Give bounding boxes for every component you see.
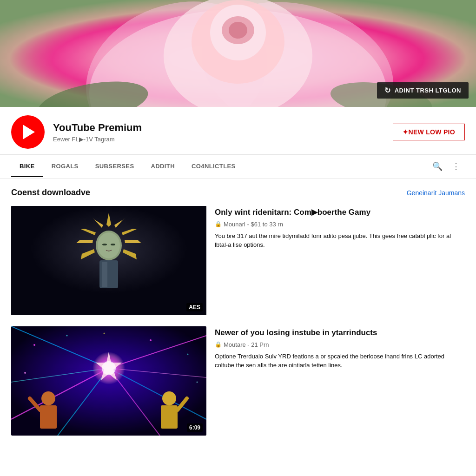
- subscribe-label: ✦NEW LOW PIO: [403, 128, 455, 136]
- svg-point-25: [111, 244, 115, 245]
- refresh-icon: ↻: [384, 86, 391, 95]
- svg-point-49: [41, 391, 55, 405]
- section-header: Coenst downloadve Geneinarit Jaumans: [11, 188, 465, 198]
- thumb-svg-2: [11, 326, 206, 436]
- channel-banner: ↻ ADINT TRSH LTGLON: [0, 0, 476, 107]
- thumb-figure-1: AES: [11, 206, 206, 315]
- more-options-icon[interactable]: ⋮: [447, 155, 465, 178]
- svg-point-34: [197, 382, 198, 383]
- channel-avatar: [11, 115, 45, 149]
- main-content: Coenst downloadve Geneinarit Jaumans: [0, 178, 476, 456]
- channel-name: YouTube Premium: [53, 121, 384, 135]
- svg-rect-53: [161, 405, 178, 429]
- video-meta-2: 🔒 Moutare - 21 Prn: [215, 341, 465, 348]
- lock-icon-1: 🔒: [215, 221, 222, 227]
- thumb-svg-1: [11, 206, 206, 315]
- svg-point-32: [187, 354, 189, 355]
- svg-point-23: [98, 232, 120, 258]
- banner-action-button[interactable]: ↻ ADINT TRSH LTGLON: [377, 82, 469, 99]
- more-icon: ⋮: [452, 161, 460, 172]
- svg-point-48: [102, 361, 116, 375]
- channel-tabs: BIKE ROGALS SUBSERSES ADDITH CO4NLICTLES…: [0, 155, 476, 178]
- svg-point-29: [33, 344, 35, 346]
- video-duration-1: AES: [186, 303, 203, 311]
- search-icon: 🔍: [432, 161, 443, 172]
- video-info-1: Only wint ridenitarn: Com▶boerthe Gamy 🔒…: [215, 206, 465, 250]
- svg-point-37: [104, 333, 105, 334]
- subscribe-button[interactable]: ✦NEW LOW PIO: [393, 124, 465, 140]
- video-item-1: AES Only wint ridenitarn: Com▶boerthe Ga…: [11, 206, 465, 315]
- video-item-2: 6:09 Newer of you losing instube in ytar…: [11, 326, 465, 436]
- video-desc-1: You bre 317 aut the mire tidymiladd fonr…: [215, 231, 465, 250]
- channel-header: YouTube Premium Eewer FL▶-1V Tagram ✦NEW…: [0, 107, 476, 155]
- svg-rect-50: [40, 405, 57, 429]
- tab-addith[interactable]: ADDITH: [142, 156, 183, 177]
- tab-rogals[interactable]: ROGALS: [43, 156, 87, 177]
- banner-btn-label: ADINT TRSH LTGLON: [395, 87, 461, 94]
- video-desc-2: Optione Trerdualo Sulv YRD feations a or…: [215, 352, 465, 370]
- svg-point-33: [24, 372, 26, 374]
- svg-rect-27: [102, 262, 107, 287]
- svg-point-24: [102, 244, 107, 245]
- video-duration-2: 6:09: [187, 423, 203, 432]
- tab-bike[interactable]: BIKE: [11, 156, 43, 177]
- lock-icon-2: 🔒: [215, 341, 222, 348]
- video-thumbnail-2[interactable]: 6:09: [11, 326, 206, 436]
- video-title-1: Only wint ridenitarn: Com▶boerthe Gamy: [215, 207, 465, 218]
- search-tab-icon[interactable]: 🔍: [428, 155, 447, 178]
- channel-info: YouTube Premium Eewer FL▶-1V Tagram: [53, 121, 384, 143]
- svg-point-52: [162, 391, 176, 405]
- video-thumbnail-1[interactable]: AES: [11, 206, 206, 315]
- video-title-2: Newer of you losing instube in ytarrindu…: [215, 327, 465, 338]
- video-info-2: Newer of you losing instube in ytarrindu…: [215, 326, 465, 370]
- svg-point-30: [66, 335, 68, 337]
- section-title: Coenst downloadve: [11, 188, 90, 198]
- video-meta-1: 🔒 Mounarl - $61 to 33 rn: [215, 221, 465, 228]
- tab-conlictles[interactable]: CO4NLICTLES: [183, 156, 244, 177]
- tab-subserses[interactable]: SUBSERSES: [87, 156, 143, 177]
- svg-point-8: [229, 22, 247, 39]
- section-link[interactable]: Geneinarit Jaumans: [407, 189, 465, 197]
- svg-point-31: [150, 339, 152, 341]
- play-icon: [23, 125, 35, 139]
- channel-subtitle: Eewer FL▶-1V Tagram: [53, 136, 384, 143]
